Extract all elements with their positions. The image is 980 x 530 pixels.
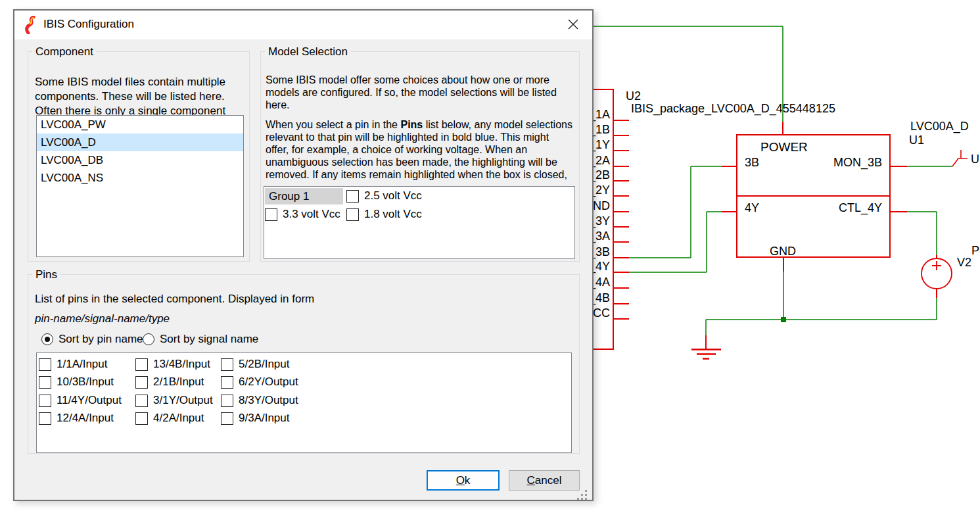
- checkbox[interactable]: [39, 412, 51, 425]
- dialog-title: IBIS Configuration: [43, 18, 134, 31]
- pin-option-label: 11/4Y/Output: [57, 394, 122, 407]
- pin-option[interactable]: 6/2Y/Output: [221, 375, 298, 389]
- component-list-item[interactable]: LVC00A_PW: [37, 116, 243, 133]
- checkbox[interactable]: [135, 412, 148, 425]
- v2-model-label[interactable]: Puls: [971, 244, 980, 257]
- resize-grip[interactable]: [577, 490, 588, 500]
- checkbox[interactable]: [346, 190, 359, 203]
- pin-option-label: 13/4B/Input: [153, 358, 210, 371]
- model-selection-text-line: unambiguous selection has been made, the…: [266, 157, 557, 168]
- model-selection-text-line: offer, for example, a choice of working …: [266, 144, 527, 156]
- checkbox[interactable]: [221, 395, 233, 407]
- u2-pin-stubs: [613, 120, 629, 319]
- pin-option-label: 10/3B/Input: [57, 375, 114, 389]
- net-label-partial[interactable]: U: [971, 153, 979, 166]
- pin-option[interactable]: 5/2B/Input: [221, 358, 290, 371]
- component-list-item-selected[interactable]: LVC00A_D: [37, 133, 243, 151]
- pin-option-label: 3/1Y/Output: [153, 394, 213, 407]
- pin-option[interactable]: 4/2A/Input: [135, 412, 204, 425]
- pin-option-label: 12/4A/Input: [57, 412, 114, 425]
- pin-option[interactable]: 13/4B/Input: [135, 358, 210, 371]
- checkbox[interactable]: [221, 412, 233, 425]
- cancel-button[interactable]: Cancel: [509, 470, 580, 491]
- close-button[interactable]: [559, 13, 588, 36]
- checkbox[interactable]: [135, 358, 148, 371]
- model-selection-text-line: models are configured. If so, the model …: [266, 87, 557, 99]
- pins-groupbox: Pins List of pins in the selected compon…: [28, 274, 580, 454]
- power-pin-mon3b: MON_3B: [833, 156, 882, 170]
- checkbox[interactable]: [39, 376, 51, 389]
- model-option-3v3[interactable]: 3.3 volt Vcc: [265, 208, 340, 221]
- sort-by-signal-name-radio[interactable]: Sort by signal name: [143, 333, 258, 346]
- u2-part-name[interactable]: IBIS_package_LVC00A_D_455448125: [631, 102, 835, 116]
- pins-format-hint: pin-name/signal-name/type: [35, 312, 170, 325]
- u1-refdes[interactable]: U1: [909, 133, 924, 147]
- component-list-item[interactable]: LVC00A_NS: [37, 169, 243, 187]
- model-option-1v8[interactable]: 1.8 volt Vcc: [346, 208, 422, 221]
- component-list-item[interactable]: LVC00A_DB: [37, 151, 243, 169]
- model-selection-groupbox: Model Selection Some IBIS model offer so…: [260, 51, 580, 262]
- app-logo-icon: [23, 16, 39, 34]
- pin-option-label: 9/3A/Input: [239, 412, 290, 425]
- pins-description: List of pins in the selected component. …: [35, 293, 314, 306]
- checkbox[interactable]: [221, 358, 233, 371]
- component-list[interactable]: LVC00A_PW LVC00A_D LVC00A_DB LVC00A_NS: [36, 115, 244, 257]
- pin-option[interactable]: 1/1A/Input: [39, 358, 108, 371]
- checkbox[interactable]: [346, 208, 359, 221]
- dialog-titlebar[interactable]: IBIS Configuration: [14, 11, 592, 39]
- pin-option-label: 2/1B/Input: [153, 375, 204, 389]
- power-pin-gnd: GND: [770, 245, 796, 258]
- pin-option[interactable]: 10/3B/Input: [39, 375, 114, 389]
- model-selection-text-line: removed. If any items remain highlighted…: [266, 169, 567, 181]
- ibis-configuration-dialog: IBIS Configuration Component Some IBIS m…: [13, 9, 594, 501]
- u2-refdes[interactable]: U2: [626, 89, 641, 103]
- ok-button[interactable]: Ok: [427, 470, 500, 491]
- power-block-title: POWER: [760, 140, 808, 154]
- component-description-line: components. These will be listed here.: [35, 90, 225, 103]
- pin-option[interactable]: 9/3A/Input: [221, 412, 290, 425]
- model-option-2v5[interactable]: 2.5 volt Vcc: [346, 189, 422, 203]
- component-description-line: Some IBIS model files contain multiple: [35, 76, 225, 89]
- pin-option[interactable]: 2/1B/Input: [135, 375, 204, 389]
- component-groupbox: Component Some IBIS model files contain …: [28, 51, 250, 262]
- wire-junction: [781, 317, 786, 322]
- checkbox[interactable]: [221, 376, 233, 389]
- net-port-icon[interactable]: [952, 150, 968, 166]
- model-selection-text-line: here.: [266, 99, 289, 111]
- pin-option[interactable]: 3/1Y/Output: [135, 394, 213, 407]
- power-pin-3b: 3B: [745, 156, 759, 169]
- screen: U2 IBIS_package_LVC00A_D_455448125 _1A _…: [0, 0, 980, 530]
- ground-symbol[interactable]: [691, 335, 721, 359]
- checkbox[interactable]: [135, 395, 148, 407]
- pin-option-label: 5/2B/Input: [239, 358, 290, 371]
- v2-source[interactable]: [922, 255, 952, 298]
- v2-refdes[interactable]: V2: [957, 256, 971, 269]
- radio-selected-icon[interactable]: [41, 333, 53, 345]
- model-option-label: 1.8 volt Vcc: [364, 208, 422, 221]
- pin-option-label: 1/1A/Input: [57, 358, 108, 371]
- model-selection-groupbox-label: Model Selection: [265, 45, 351, 58]
- pins-groupbox-label: Pins: [32, 268, 60, 281]
- checkbox[interactable]: [265, 208, 277, 221]
- pin-option[interactable]: 11/4Y/Output: [39, 394, 122, 407]
- pin-option[interactable]: 8/3Y/Output: [221, 394, 298, 407]
- checkbox[interactable]: [135, 376, 148, 389]
- model-option-label: 3.3 volt Vcc: [283, 208, 340, 221]
- pin-option-label: 6/2Y/Output: [239, 375, 298, 389]
- u1-part-name[interactable]: LVC00A_D: [910, 120, 969, 133]
- model-option-label: 2.5 volt Vcc: [364, 189, 422, 203]
- power-pin-ctl4y: CTL_4Y: [839, 201, 882, 215]
- radio-label: Sort by signal name: [160, 333, 258, 346]
- model-selection-text-line: When you select a pin in the Pins list b…: [266, 119, 572, 131]
- checkbox[interactable]: [39, 395, 51, 407]
- sort-by-pin-name-radio[interactable]: Sort by pin name: [41, 333, 143, 346]
- power-block[interactable]: [722, 122, 907, 272]
- checkbox[interactable]: [39, 358, 51, 371]
- model-group-header: Group 1: [265, 188, 343, 205]
- radio-label: Sort by pin name: [58, 333, 143, 346]
- pin-option[interactable]: 12/4A/Input: [39, 412, 114, 425]
- close-icon: [567, 18, 579, 30]
- radio-icon[interactable]: [143, 333, 154, 345]
- power-pin-4y: 4Y: [745, 201, 759, 214]
- pins-list[interactable]: 1/1A/Input 13/4B/Input 5/2B/Input 10/3B/…: [36, 352, 572, 453]
